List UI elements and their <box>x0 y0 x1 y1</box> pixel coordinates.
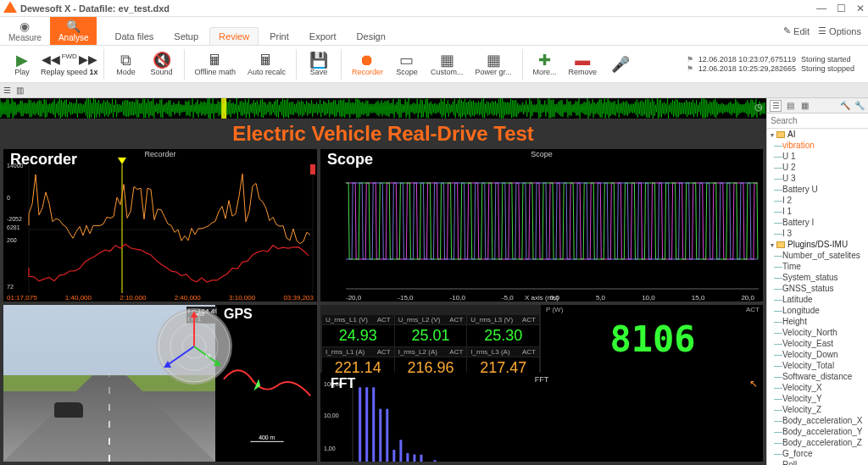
subtab-export[interactable]: Export <box>300 27 346 45</box>
close-button[interactable]: ✕ <box>856 3 865 14</box>
tree-item[interactable]: Velocity_X <box>767 382 868 393</box>
svg-text:1,00: 1,00 <box>324 446 336 451</box>
remove-button[interactable]: ▬Remove <box>564 51 603 78</box>
tree-view-icon[interactable]: ☰ <box>770 100 782 112</box>
gauge-icon: ◉ <box>19 20 30 32</box>
tree-item[interactable]: Battery I <box>767 217 868 228</box>
search-box[interactable]: 🔍 <box>767 113 868 129</box>
dashboard-stage: ◷ Electric Vehicle Real-Drive Test Recor… <box>0 98 766 465</box>
tree-item[interactable]: U 2 <box>767 162 868 173</box>
tree-item[interactable]: I 3 <box>767 228 868 239</box>
tree-item[interactable]: Body_acceleration_Y <box>767 426 868 437</box>
top-tabs: ◉ Measure 🔍 Analyse Data files Setup Rev… <box>0 17 868 46</box>
svg-rect-42 <box>406 453 409 462</box>
fastfwd-icon[interactable]: ▶▶ <box>79 53 97 66</box>
overview-waveform[interactable]: ◷ <box>0 98 766 119</box>
mic-button[interactable]: 🎤 <box>604 55 637 74</box>
tree-item[interactable]: Latitude <box>767 294 868 305</box>
tree-item[interactable]: Velocity_Y <box>767 393 868 404</box>
tree-item[interactable]: vibration <box>767 140 868 151</box>
tree-item[interactable]: Body_acceleration_X <box>767 415 868 426</box>
tab-analyse[interactable]: 🔍 Analyse <box>50 17 97 45</box>
edit-button[interactable]: ✎Edit <box>783 25 810 36</box>
tree-item[interactable]: Velocity_Down <box>767 349 868 360</box>
channel-tree[interactable]: AIvibrationU 1U 2U 3Battery UI 2I 1Batte… <box>767 129 868 465</box>
replay-speed-control[interactable]: ◀◀ FWD ▶▶ Replay speed 1x <box>41 53 98 76</box>
video-panel[interactable]: 400 10 f = 164,492 Hz i = 1 <box>3 305 215 462</box>
vehicle-silhouette <box>54 402 83 418</box>
svg-text:6281: 6281 <box>7 224 20 230</box>
layout-icon[interactable]: ▥ <box>16 86 24 95</box>
auto-recalc-button[interactable]: 🖩Auto recalc <box>242 51 291 78</box>
sound-button[interactable]: 🔇Sound <box>145 51 179 78</box>
options-button[interactable]: ☰Options <box>818 25 861 36</box>
svg-text:72: 72 <box>7 284 14 290</box>
subtab-design[interactable]: Design <box>348 27 395 45</box>
tree-item[interactable]: I 1 <box>767 206 868 217</box>
maximize-button[interactable]: ☐ <box>837 3 846 14</box>
list-view-icon[interactable]: ▤ <box>784 100 796 112</box>
tree-item[interactable]: GNSS_status <box>767 283 868 294</box>
recorder-time-axis: 01:17,075 1:40,000 2:10,000 2:40,000 3:1… <box>3 294 317 302</box>
play-button[interactable]: ▶Play <box>5 51 39 78</box>
tree-item[interactable]: Velocity_North <box>767 327 868 338</box>
tree-item[interactable]: Battery U <box>767 184 868 195</box>
custom-view-button[interactable]: ▦Custom... <box>426 51 469 78</box>
channels-icon[interactable]: ☰ <box>3 86 11 95</box>
tab-measure[interactable]: ◉ Measure <box>0 17 50 45</box>
tree-item[interactable]: Velocity_Z <box>767 404 868 415</box>
subtab-review[interactable]: Review <box>209 27 259 45</box>
svg-text:-2052: -2052 <box>7 216 22 222</box>
grid-view-icon[interactable]: ▦ <box>798 100 810 112</box>
clock-icon[interactable]: ◷ <box>754 102 763 113</box>
svg-rect-37 <box>372 387 375 462</box>
save-button[interactable]: 💾Save <box>302 51 336 78</box>
cursor-icon[interactable]: ↖ <box>749 378 758 390</box>
tree-group[interactable]: Plugins/DS-IMU <box>767 239 868 250</box>
hammer-icon[interactable]: 🔨 <box>839 100 851 112</box>
fft-panel[interactable]: FFT FFT 100,00 10,00 1,00 0,10 0,00 3906… <box>320 374 763 462</box>
tree-item[interactable]: Software_distance <box>767 371 868 382</box>
tree-item[interactable]: U 1 <box>767 151 868 162</box>
tree-item[interactable]: Time <box>767 261 868 272</box>
recalc-icon: 🖩 <box>259 53 274 68</box>
plus-icon: ✚ <box>538 53 551 68</box>
dashboard-title: Electric Vehicle Real-Drive Test <box>0 119 766 149</box>
recorder-panel[interactable]: Recorder Recorder 14000 <box>3 149 317 302</box>
svg-rect-40 <box>392 450 395 462</box>
search-input[interactable] <box>767 113 868 128</box>
rewind-icon[interactable]: ◀◀ <box>42 53 60 66</box>
toolbar: ▶Play ◀◀ FWD ▶▶ Replay speed 1x ⧉Mode 🔇S… <box>0 46 868 83</box>
tree-item[interactable]: Longitude <box>767 305 868 316</box>
svg-rect-14 <box>310 164 315 174</box>
tree-item[interactable]: Height <box>767 316 868 327</box>
scope-panel[interactable]: Scope Scope -20,0-15,0-10,0-5,00,05,010,… <box>320 149 763 302</box>
flag-icon: ⚑ <box>687 64 693 73</box>
mode-button[interactable]: ⧉Mode <box>109 51 143 78</box>
tree-item[interactable]: I 2 <box>767 195 868 206</box>
floppy-icon: 💾 <box>309 53 328 68</box>
tree-item[interactable]: G_force <box>767 448 868 459</box>
tree-group[interactable]: AI <box>767 129 868 140</box>
recorder-view-button[interactable]: ⏺Recorder <box>347 51 388 78</box>
subtab-datafiles[interactable]: Data files <box>105 27 163 45</box>
powergrid-view-button[interactable]: ▦Power gr... <box>470 51 517 78</box>
tree-item[interactable]: System_status <box>767 272 868 283</box>
list-icon: ☰ <box>818 25 826 36</box>
minimize-button[interactable]: — <box>816 3 826 14</box>
tree-item[interactable]: Number_of_satelites <box>767 250 868 261</box>
more-button[interactable]: ✚More... <box>528 51 562 78</box>
app-logo-icon <box>3 2 17 15</box>
scope-x-label: X axis (ms) <box>525 294 559 302</box>
tree-item[interactable]: Velocity_Total <box>767 360 868 371</box>
tree-item[interactable]: Body_acceleration_Z <box>767 437 868 448</box>
wrench-icon[interactable]: 🔧 <box>854 100 865 112</box>
tree-item[interactable]: U 3 <box>767 173 868 184</box>
subtab-setup[interactable]: Setup <box>164 27 208 45</box>
offline-math-button[interactable]: 🖩Offline math <box>190 51 241 78</box>
tree-item[interactable]: Velocity_East <box>767 338 868 349</box>
scope-view-button[interactable]: ▭Scope <box>390 51 424 78</box>
tree-item[interactable]: Roll <box>767 459 868 465</box>
subtab-print[interactable]: Print <box>260 27 298 45</box>
svg-rect-36 <box>365 387 368 462</box>
